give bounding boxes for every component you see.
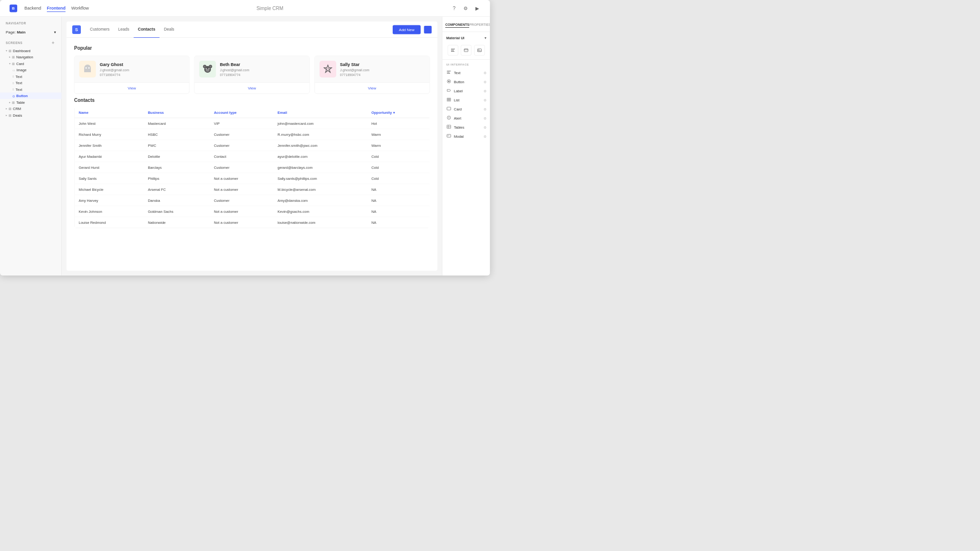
svg-point-14 bbox=[209, 68, 209, 69]
contact-card-1: Beth Bear J.ghost@gmail.com 07718904774 … bbox=[194, 56, 309, 94]
cell-account-type: Customer bbox=[209, 129, 273, 140]
gear-icon-7: ⚙ bbox=[484, 134, 486, 138]
settings-icon[interactable]: ⚙ bbox=[462, 5, 469, 11]
table-row[interactable]: John West Mastercard VIP john@mastercard… bbox=[74, 118, 429, 129]
sidebar-item-text-3[interactable]: ≡ Text bbox=[0, 86, 62, 93]
table-row[interactable]: Richard Murry HSBC Customer R.murry@hsbc… bbox=[74, 129, 429, 140]
sidebar-item-card[interactable]: ▾ ⊞ Card bbox=[0, 60, 62, 67]
add-new-button[interactable]: Add New bbox=[393, 25, 420, 34]
ui-item-label-2: Label bbox=[454, 89, 462, 93]
deals-grid-icon: ⊞ bbox=[9, 113, 11, 117]
table-row[interactable]: Amy Harvey Danska Customer Amy@danska.co… bbox=[74, 195, 429, 206]
cell-email: Sally.sants@phillips.com bbox=[273, 173, 367, 184]
table-row[interactable]: Louise Redmond Nationwide Not a customer… bbox=[74, 217, 429, 228]
tab-contacts[interactable]: Contacts bbox=[133, 22, 159, 38]
view-link-0[interactable]: View bbox=[128, 86, 136, 90]
ui-item-alert[interactable]: Alert ⚙ bbox=[442, 114, 490, 123]
expand-icon: ▸ bbox=[9, 101, 11, 104]
page-selector[interactable]: Page: Main ▾ bbox=[0, 28, 62, 37]
nav-workflow[interactable]: Workflow bbox=[71, 5, 89, 12]
ui-item-label-1: Button bbox=[454, 80, 464, 84]
table-row[interactable]: Gerard Hurst Barclays Customer gerard@ba… bbox=[74, 162, 429, 173]
view-link-2[interactable]: View bbox=[368, 86, 376, 90]
svg-point-17 bbox=[328, 68, 329, 69]
table-row[interactable]: Michael Bicycle Arsenal FC Not a custome… bbox=[74, 184, 429, 195]
tab-properties[interactable]: PROPERTIES bbox=[469, 22, 490, 28]
play-icon[interactable]: ▶ bbox=[474, 5, 481, 11]
table-row[interactable]: Jennifer Smith PWC Customer Jennifer.smi… bbox=[74, 140, 429, 151]
svg-point-3 bbox=[86, 67, 87, 69]
ui-item-label[interactable]: Label ⚙ bbox=[442, 87, 490, 96]
tab-leads[interactable]: Leads bbox=[114, 22, 133, 38]
icon-image-box[interactable] bbox=[474, 45, 485, 55]
icon-card-box[interactable] bbox=[461, 45, 472, 55]
cell-opportunity: Warm bbox=[367, 129, 429, 140]
sidebar-item-text-2[interactable]: ≡ Text bbox=[0, 80, 62, 87]
popular-section: Popular bbox=[66, 38, 438, 98]
card-view-1[interactable]: View bbox=[195, 82, 309, 94]
table-row[interactable]: Kevin Johnson Goldman Sachs Not a custom… bbox=[74, 206, 429, 217]
cell-account-type: Not a customer bbox=[209, 206, 273, 217]
svg-marker-15 bbox=[324, 65, 331, 73]
ui-item-icon-card bbox=[446, 107, 451, 112]
material-ui-label: Material UI bbox=[446, 36, 464, 40]
app-title: Simple CRM bbox=[96, 6, 444, 11]
page-chevron-icon: ▾ bbox=[54, 30, 56, 35]
cell-opportunity: Cold bbox=[367, 151, 429, 162]
table-body: John West Mastercard VIP john@mastercard… bbox=[74, 118, 429, 228]
view-link-1[interactable]: View bbox=[248, 86, 256, 90]
cell-account-type: Customer bbox=[209, 195, 273, 206]
table-row[interactable]: Sally Sants Phillips Not a customer Sall… bbox=[74, 173, 429, 184]
tab-components[interactable]: COMPONENTS bbox=[445, 22, 469, 28]
sidebar-item-image[interactable]: ▭ Image bbox=[0, 67, 62, 74]
card-view-2[interactable]: View bbox=[315, 82, 429, 94]
right-panel: COMPONENTS PROPERTIES Material UI ▾ UI I… bbox=[442, 17, 490, 276]
svg-point-29 bbox=[448, 81, 450, 82]
sidebar-item-text-1[interactable]: ≡ Text bbox=[0, 73, 62, 80]
ui-item-tables[interactable]: Tables ⚙ bbox=[442, 123, 490, 132]
col-account-type: Account type bbox=[209, 107, 273, 118]
add-screen-button[interactable]: + bbox=[51, 40, 56, 45]
ui-item-left-7: Modal bbox=[446, 134, 463, 139]
col-opportunity[interactable]: Opportunity ▾ bbox=[367, 107, 429, 118]
gear-icon-2: ⚙ bbox=[484, 89, 486, 93]
sidebar-item-dashboard[interactable]: ▾ ⊞ Dashboard bbox=[0, 47, 62, 54]
icon-text-box[interactable] bbox=[448, 45, 458, 55]
contacts-title: Contacts bbox=[74, 98, 430, 103]
tab-customers[interactable]: Customers bbox=[86, 22, 114, 38]
ui-item-card[interactable]: Card ⚙ bbox=[442, 105, 490, 114]
ui-item-button[interactable]: Button ⚙ bbox=[442, 77, 490, 87]
cell-account-type: Contact bbox=[209, 151, 273, 162]
sidebar-item-button[interactable]: ◎ Button bbox=[0, 93, 62, 99]
contact-card-0: Gary Ghost J.ghost@gmail.com 07718904774… bbox=[74, 56, 189, 94]
svg-rect-42 bbox=[448, 135, 450, 136]
cell-email: john@mastercard.com bbox=[273, 118, 367, 129]
sidebar-item-table[interactable]: ▸ ⊞ Table bbox=[0, 99, 62, 106]
svg-rect-25 bbox=[447, 71, 451, 71]
dashboard-label: Dashboard bbox=[13, 49, 31, 53]
content-logo: S bbox=[72, 25, 81, 34]
card-email-0: J.ghost@gmail.com bbox=[100, 68, 130, 72]
card-view-0[interactable]: View bbox=[75, 82, 189, 94]
nav-frontend[interactable]: Frontend bbox=[47, 5, 66, 12]
help-icon[interactable]: ? bbox=[451, 5, 458, 11]
text-label-3: Text bbox=[16, 88, 22, 92]
contacts-section: Contacts Name Business Account type Emai… bbox=[66, 98, 438, 236]
cell-account-type: Not a customer bbox=[209, 217, 273, 228]
sidebar-item-deals[interactable]: ▸ ⊞ Deals bbox=[0, 112, 62, 119]
tab-deals[interactable]: Deals bbox=[160, 22, 179, 38]
ui-item-modal[interactable]: Modal ⚙ bbox=[442, 132, 490, 141]
table-row[interactable]: Ayur Madambi Deloitte Contact ayur@deloi… bbox=[74, 151, 429, 162]
sidebar-item-crm[interactable]: ▸ ⊞ CRM bbox=[0, 106, 62, 112]
topbar-nav: Backend Frontend Workflow bbox=[24, 5, 89, 12]
cards-row: Gary Ghost J.ghost@gmail.com 07718904774… bbox=[74, 56, 430, 94]
sidebar-item-navigation[interactable]: ▸ ⊞ Navigation bbox=[0, 54, 62, 61]
text-label-1: Text bbox=[16, 75, 22, 79]
ui-item-list[interactable]: List ⚙ bbox=[442, 96, 490, 105]
deals-label: Deals bbox=[13, 113, 22, 118]
card-avatar-1 bbox=[199, 61, 216, 77]
ui-item-text[interactable]: Text ⚙ bbox=[442, 68, 490, 77]
material-ui-chevron-icon[interactable]: ▾ bbox=[484, 36, 486, 41]
nav-backend[interactable]: Backend bbox=[24, 5, 41, 12]
table-grid-icon: ⊞ bbox=[12, 100, 15, 104]
